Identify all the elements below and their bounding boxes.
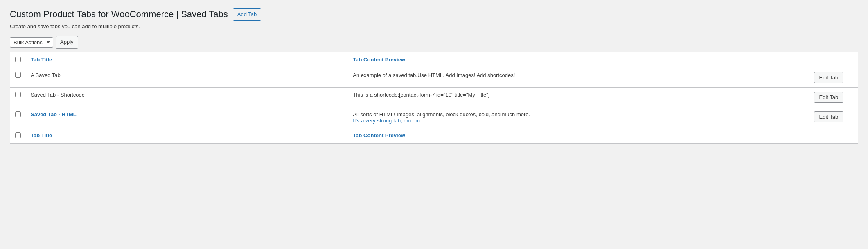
row-preview-cell: This is a shortcode:[contact-form-7 id="… (348, 87, 809, 107)
table-row: Saved Tab - ShortcodeThis is a shortcode… (10, 87, 858, 107)
header-action-col (809, 52, 858, 68)
row-title-cell: A Saved Tab (26, 68, 348, 87)
edit-tab-button[interactable]: Edit Tab (814, 72, 844, 83)
page-header: Custom Product Tabs for WooCommerce | Sa… (10, 8, 858, 21)
row-check-cell (10, 68, 26, 87)
table-footer-row: Tab Title Tab Content Preview (10, 128, 858, 143)
row-checkbox[interactable] (15, 72, 21, 78)
table-header-row: Tab Title Tab Content Preview (10, 52, 858, 68)
row-checkbox[interactable] (15, 111, 21, 117)
row-title-text: A Saved Tab (31, 72, 61, 78)
row-check-cell (10, 87, 26, 107)
tabs-table: Tab Title Tab Content Preview A Saved Ta… (10, 52, 858, 144)
row-title-link[interactable]: Saved Tab - HTML (31, 111, 77, 118)
row-preview-cell: An example of a saved tab.Use HTML. Add … (348, 68, 809, 87)
bulk-actions-bar: Bulk Actions Delete Apply (10, 36, 858, 49)
row-preview-line2: It's a very strong tab, em em. (353, 118, 421, 124)
footer-title-col: Tab Title (26, 128, 348, 143)
row-preview-cell: All sorts of HTML! Images, alignments, b… (348, 107, 809, 128)
add-tab-button[interactable]: Add Tab (233, 8, 261, 21)
row-title-cell: Saved Tab - Shortcode (26, 87, 348, 107)
table-row: Saved Tab - HTMLAll sorts of HTML! Image… (10, 107, 858, 128)
footer-select-all-checkbox[interactable] (15, 132, 21, 138)
row-action-cell: Edit Tab (809, 107, 858, 128)
row-title-text: Saved Tab - Shortcode (31, 92, 85, 98)
footer-check-col (10, 128, 26, 143)
header-preview-col: Tab Content Preview (348, 52, 809, 68)
row-preview-text: All sorts of HTML! Images, alignments, b… (353, 111, 530, 118)
row-action-cell: Edit Tab (809, 87, 858, 107)
row-check-cell (10, 107, 26, 128)
apply-button[interactable]: Apply (56, 36, 78, 49)
footer-preview-col: Tab Content Preview (348, 128, 809, 143)
table-row: A Saved TabAn example of a saved tab.Use… (10, 68, 858, 87)
footer-action-col (809, 128, 858, 143)
header-title-col: Tab Title (26, 52, 348, 68)
row-title-cell: Saved Tab - HTML (26, 107, 348, 128)
row-action-cell: Edit Tab (809, 68, 858, 87)
row-preview-text: An example of a saved tab.Use HTML. Add … (353, 72, 515, 78)
edit-tab-button[interactable]: Edit Tab (814, 111, 844, 122)
header-check-col (10, 52, 26, 68)
row-preview-text: This is a shortcode:[contact-form-7 id="… (353, 92, 489, 98)
page-subtitle: Create and save tabs you can add to mult… (10, 23, 858, 29)
select-all-checkbox[interactable] (15, 57, 21, 62)
page-title: Custom Product Tabs for WooCommerce | Sa… (10, 9, 228, 20)
row-checkbox[interactable] (15, 92, 21, 97)
edit-tab-button[interactable]: Edit Tab (814, 92, 844, 103)
bulk-actions-select[interactable]: Bulk Actions Delete (10, 37, 53, 48)
